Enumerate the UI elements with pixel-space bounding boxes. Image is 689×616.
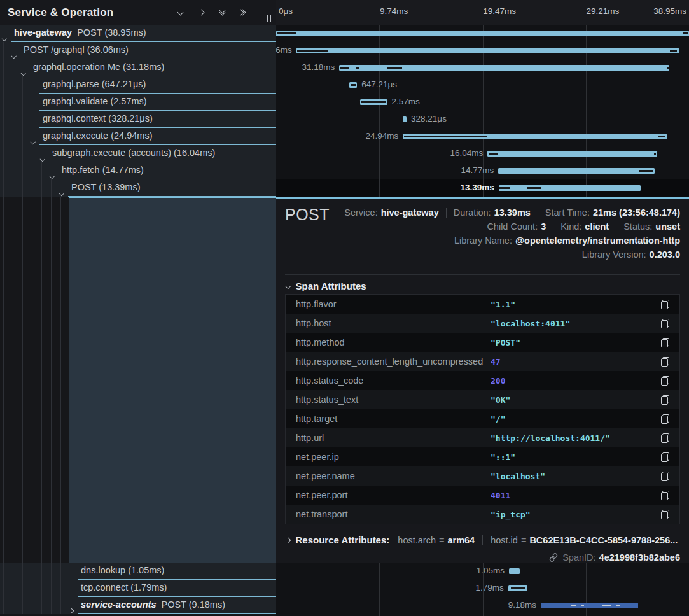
span-detail-panel: POST Service:hive-gatewayDuration:13.39m… bbox=[276, 197, 689, 563]
span-bar[interactable] bbox=[360, 99, 387, 105]
child-span-marker bbox=[340, 67, 349, 69]
copy-icon[interactable] bbox=[661, 414, 669, 424]
span-row[interactable]: graphql.execute (24.94ms) bbox=[0, 128, 276, 145]
span-row[interactable]: service-accounts POST (9.18ms) bbox=[0, 597, 276, 614]
indent-guide bbox=[32, 597, 32, 614]
timeline-row: 647.21μs bbox=[276, 76, 689, 94]
span-duration-label: 24.94ms bbox=[365, 131, 398, 141]
timeline-row: 1.05ms bbox=[276, 563, 689, 580]
timeline-row: 31.18ms bbox=[276, 59, 689, 76]
span-row[interactable]: graphql.operation Me (31.18ms) bbox=[0, 59, 276, 76]
span-row[interactable]: dns.lookup (1.05ms) bbox=[0, 563, 276, 580]
service-name: hive-gateway bbox=[14, 27, 72, 38]
panel-resize-handle[interactable] bbox=[267, 15, 271, 22]
child-span-marker bbox=[581, 605, 584, 606]
indent-guide bbox=[41, 597, 42, 614]
attribute-row: net.peer.ip"::1" bbox=[286, 447, 679, 466]
meta-divider bbox=[446, 208, 447, 218]
span-duration-label: 647.21μs bbox=[361, 80, 397, 89]
copy-icon[interactable] bbox=[661, 452, 669, 462]
span-bar[interactable] bbox=[296, 48, 679, 53]
span-bar[interactable] bbox=[276, 31, 689, 36]
indent-guide bbox=[3, 597, 4, 614]
resource-attributes-header[interactable]: Resource Attributes: host.arch=arm64host… bbox=[286, 535, 680, 545]
chevron-down-icon[interactable] bbox=[60, 186, 64, 197]
chevron-down-icon[interactable] bbox=[41, 151, 45, 163]
copy-icon[interactable] bbox=[661, 376, 669, 386]
attribute-key: http.status_code bbox=[286, 375, 491, 386]
indent-guide bbox=[51, 179, 52, 197]
copy-icon[interactable] bbox=[661, 491, 669, 500]
copy-icon[interactable] bbox=[661, 472, 669, 481]
tree-header: Service & Operation bbox=[0, 0, 276, 25]
copy-icon[interactable] bbox=[661, 338, 669, 347]
meta-value: @opentelemetry/instrumentation-http bbox=[515, 235, 680, 246]
copy-icon[interactable] bbox=[661, 300, 669, 309]
indent-guide bbox=[13, 59, 13, 76]
indent-guide bbox=[32, 179, 32, 197]
span-row-label: graphql.validate (2.57ms) bbox=[43, 96, 147, 106]
copy-icon[interactable] bbox=[661, 357, 669, 367]
copy-icon[interactable] bbox=[661, 395, 669, 405]
chevron-down-icon[interactable] bbox=[175, 8, 185, 18]
indent-guide bbox=[3, 76, 4, 94]
ruler-tick-label: 19.47ms bbox=[483, 6, 516, 16]
span-bar[interactable] bbox=[403, 116, 407, 122]
timeline-row: 24.94ms bbox=[276, 128, 689, 145]
span-bar[interactable] bbox=[487, 151, 657, 157]
indent-guide bbox=[22, 76, 23, 94]
service-name: service-accounts bbox=[81, 599, 156, 610]
indent-guide bbox=[22, 162, 23, 179]
timeline-row: 328.21μs bbox=[276, 111, 689, 128]
chevron-down-icon[interactable] bbox=[12, 48, 16, 60]
attribute-row: http.response_content_length_uncompresse… bbox=[286, 352, 679, 371]
span-row[interactable]: hive-gateway POST (38.95ms) bbox=[0, 25, 276, 42]
span-bar[interactable] bbox=[509, 568, 520, 574]
span-row[interactable]: http.fetch (14.77ms) bbox=[0, 162, 276, 179]
attribute-key: net.peer.port bbox=[286, 490, 491, 500]
attribute-row: http.host"localhost:4011" bbox=[286, 314, 679, 333]
chevron-right-icon[interactable] bbox=[69, 603, 73, 615]
selected-span-row-extension bbox=[69, 197, 276, 563]
span-row[interactable]: subgraph.execute (accounts) (16.04ms) bbox=[0, 145, 276, 162]
indent-guide bbox=[3, 59, 4, 76]
span-tree-panel: hive-gateway POST (38.95ms)POST /graphql… bbox=[0, 0, 276, 616]
ruler-tick-label: 9.74ms bbox=[380, 6, 408, 16]
span-bar[interactable] bbox=[349, 82, 357, 88]
copy-icon[interactable] bbox=[661, 319, 669, 328]
span-bar[interactable] bbox=[541, 603, 638, 608]
attribute-row: net.transport"ip_tcp" bbox=[286, 505, 679, 524]
chevron-right-icon[interactable] bbox=[196, 8, 206, 18]
span-row[interactable]: POST /graphql (36.06ms) bbox=[0, 42, 276, 59]
indent-guide bbox=[3, 145, 4, 162]
chevron-down-icon[interactable] bbox=[22, 66, 25, 77]
chevron-down-icon[interactable] bbox=[31, 134, 35, 146]
span-row[interactable]: graphql.parse (647.21μs) bbox=[0, 76, 276, 94]
copy-icon[interactable] bbox=[661, 510, 669, 519]
indent-guide bbox=[13, 597, 13, 614]
span-bar[interactable] bbox=[499, 185, 641, 191]
span-bar[interactable] bbox=[403, 134, 667, 139]
attribute-key: http.target bbox=[286, 414, 491, 424]
attribute-value: "POST" bbox=[491, 338, 661, 347]
indent-guide bbox=[3, 94, 4, 111]
double-chevron-right-icon[interactable] bbox=[238, 8, 248, 18]
span-row[interactable]: graphql.validate (2.57ms) bbox=[0, 94, 276, 111]
double-chevron-down-icon[interactable] bbox=[217, 8, 227, 18]
indent-guide bbox=[3, 162, 4, 179]
span-bar[interactable] bbox=[498, 168, 655, 174]
span-row[interactable]: graphql.context (328.21μs) bbox=[0, 111, 276, 128]
indent-guide bbox=[51, 563, 52, 580]
meta-label: Status: bbox=[623, 221, 652, 232]
copy-icon[interactable] bbox=[661, 433, 669, 443]
trace-viewer: hive-gateway POST (38.95ms)POST /graphql… bbox=[0, 0, 689, 616]
child-span-marker bbox=[499, 187, 510, 189]
chevron-down-icon[interactable] bbox=[50, 169, 54, 180]
span-attributes-header[interactable]: Span Attributes bbox=[286, 281, 366, 291]
span-bar[interactable] bbox=[339, 65, 669, 71]
span-row[interactable]: POST (13.39ms) bbox=[0, 179, 276, 197]
meta-value: 0.203.0 bbox=[650, 249, 680, 260]
chevron-down-icon[interactable] bbox=[3, 31, 6, 43]
span-bar[interactable] bbox=[508, 585, 527, 591]
span-row[interactable]: tcp.connect (1.79ms) bbox=[0, 580, 276, 597]
